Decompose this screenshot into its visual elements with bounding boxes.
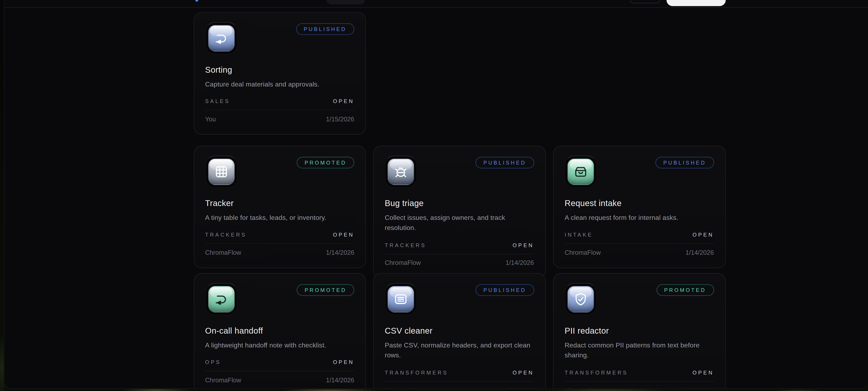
card-date: 1/15/2026 xyxy=(326,116,354,123)
card-description: Paste CSV, normalize headers, and export… xyxy=(385,340,534,361)
app-card[interactable]: PROMOTED PII redactor Redact common PII … xyxy=(553,273,725,389)
card-header: PUBLISHED xyxy=(385,156,534,188)
grid-icon xyxy=(213,163,229,180)
app-icon xyxy=(385,283,417,315)
icon-pill xyxy=(388,158,414,185)
card-header: PROMOTED xyxy=(565,283,714,315)
open-link[interactable]: OPEN xyxy=(333,359,354,365)
rows-panel-icon xyxy=(393,291,409,308)
card-description: A lightweight handoff note with checklis… xyxy=(205,340,354,350)
open-link[interactable]: OPEN xyxy=(513,242,534,248)
app-icon xyxy=(565,283,597,315)
open-link[interactable]: OPEN xyxy=(333,232,354,238)
app-window: PUBLISHED Sorting Capture deal materials… xyxy=(4,0,868,389)
u-turn-arrow-icon xyxy=(213,291,229,308)
card-header: PROMOTED xyxy=(205,156,354,188)
card-date: 1/14/2026 xyxy=(685,387,714,389)
card-description: Redact common PII patterns from text bef… xyxy=(565,340,714,361)
card-title: Request intake xyxy=(565,198,714,208)
card-author: ChromaFlow xyxy=(205,249,241,256)
card-meta-row: SALES OPEN xyxy=(205,98,354,105)
card-footer: ChromaFlow 1/14/2026 xyxy=(565,381,714,389)
card-footer: ChromaFlow 1/14/2026 xyxy=(385,381,534,389)
app-card[interactable]: PUBLISHED Sorting Capture deal materials… xyxy=(193,12,366,134)
card-badge: PROMOTED xyxy=(656,284,714,296)
card-header: PUBLISHED xyxy=(205,22,354,54)
card-title: CSV cleaner xyxy=(385,325,534,336)
card-meta-row: INTAKE OPEN xyxy=(565,232,714,238)
card-title: On-call handoff xyxy=(205,325,354,336)
card-badge: PUBLISHED xyxy=(476,157,534,168)
app-icon xyxy=(385,156,417,188)
card-description: A tiny table for tasks, leads, or invent… xyxy=(205,213,354,223)
icon-pill xyxy=(208,158,235,185)
card-badge: PROMOTED xyxy=(297,157,354,168)
card-author: ChromaFlow xyxy=(565,387,601,389)
app-icon xyxy=(205,156,237,188)
card-date: 1/14/2026 xyxy=(685,249,714,256)
app-card[interactable]: PROMOTED On-call handoff A lightweight h… xyxy=(193,273,366,389)
card-footer: ChromaFlow 1/14/2026 xyxy=(385,254,534,267)
card-description: Capture deal materials and approvals. xyxy=(205,79,354,89)
card-author: ChromaFlow xyxy=(385,387,421,389)
card-author: You xyxy=(205,116,216,123)
open-link[interactable]: OPEN xyxy=(692,369,714,376)
card-title: Sorting xyxy=(205,64,354,75)
card-title: Tracker xyxy=(205,198,354,208)
card-description: Collect issues, assign owners, and track… xyxy=(385,213,534,233)
card-date: 1/14/2026 xyxy=(505,259,534,267)
card-date: 1/14/2026 xyxy=(326,377,354,384)
u-turn-arrow-icon xyxy=(213,30,229,47)
card-author: ChromaFlow xyxy=(385,259,421,267)
topbar-pill-button[interactable] xyxy=(327,0,365,4)
top-bar xyxy=(4,0,868,8)
card-author: ChromaFlow xyxy=(565,249,601,256)
card-category: TRACKERS xyxy=(385,242,426,248)
app-card[interactable]: PROMOTED Tracker A tiny table for tasks,… xyxy=(193,145,366,268)
card-footer: ChromaFlow 1/14/2026 xyxy=(205,243,354,256)
card-category: TRANSFORMERS xyxy=(565,369,628,376)
card-date: 1/14/2026 xyxy=(326,249,354,256)
icon-pill xyxy=(208,286,235,312)
card-description: A clean request form for internal asks. xyxy=(565,213,714,223)
card-footer: ChromaFlow 1/14/2026 xyxy=(565,243,714,256)
inbox-tray-icon xyxy=(572,163,589,180)
card-badge: PROMOTED xyxy=(297,284,354,296)
card-badge: PUBLISHED xyxy=(476,284,534,296)
bug-icon xyxy=(393,163,409,180)
card-badge: PUBLISHED xyxy=(296,23,354,35)
app-card[interactable]: PUBLISHED Request intake A clean request… xyxy=(553,145,725,268)
card-meta-row: TRACKERS OPEN xyxy=(205,232,354,238)
card-meta-row: TRANSFORMERS OPEN xyxy=(385,369,534,376)
card-category: INTAKE xyxy=(565,232,593,238)
card-meta-row: OPS OPEN xyxy=(205,359,354,365)
app-icon xyxy=(205,283,237,315)
open-link[interactable]: OPEN xyxy=(333,98,354,105)
card-category: OPS xyxy=(205,359,221,365)
card-meta-row: TRANSFORMERS OPEN xyxy=(565,369,714,376)
card-title: PII redactor xyxy=(565,325,714,336)
open-link[interactable]: OPEN xyxy=(692,232,714,238)
card-date: 1/14/2026 xyxy=(505,387,534,389)
topbar-primary-button[interactable] xyxy=(666,0,726,6)
icon-pill xyxy=(208,25,235,51)
card-category: TRANSFORMERS xyxy=(385,369,448,376)
shield-check-icon xyxy=(572,291,589,308)
icon-pill xyxy=(567,286,594,312)
accent-logo-icon xyxy=(195,0,198,1)
card-header: PROMOTED xyxy=(205,283,354,315)
card-meta-row: TRACKERS OPEN xyxy=(385,242,534,248)
desktop-wallpaper: PUBLISHED Sorting Capture deal materials… xyxy=(0,0,868,391)
card-category: TRACKERS xyxy=(205,232,247,238)
app-card[interactable]: PUBLISHED CSV cleaner Paste CSV, normali… xyxy=(373,273,546,389)
card-footer: You 1/15/2026 xyxy=(205,110,354,123)
app-card[interactable]: PUBLISHED Bug triage Collect issues, ass… xyxy=(373,145,546,278)
open-link[interactable]: OPEN xyxy=(513,369,534,376)
card-header: PUBLISHED xyxy=(385,283,534,315)
card-author: ChromaFlow xyxy=(205,377,241,384)
card-title: Bug triage xyxy=(385,198,534,208)
topbar-ghost-button[interactable] xyxy=(630,0,660,3)
card-category: SALES xyxy=(205,98,230,105)
app-icon xyxy=(565,156,597,188)
icon-pill xyxy=(567,158,594,185)
